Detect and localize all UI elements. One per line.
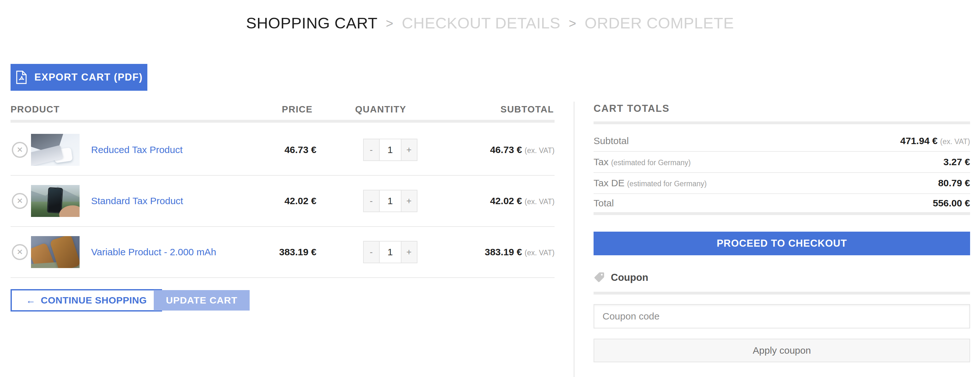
remove-cell: ✕	[11, 193, 31, 209]
cart-totals-panel: CART TOTALS Subtotal 471.94 €(ex. VAT) T…	[593, 103, 970, 362]
quantity-cell: - +	[325, 241, 455, 263]
column-header-price: PRICE	[11, 104, 313, 115]
quantity-stepper: - +	[363, 241, 417, 263]
cart-totals-rows: Subtotal 471.94 €(ex. VAT) Tax(estimated…	[593, 130, 970, 215]
subtotal-cell: 46.73 €(ex. VAT)	[455, 145, 555, 155]
thumbnail-cell	[31, 236, 84, 268]
totals-value: 471.94 €	[900, 135, 938, 146]
totals-value: 3.27 €	[943, 157, 970, 167]
continue-shopping-button[interactable]: ← CONTINUE SHOPPING	[11, 289, 162, 312]
export-cart-label: EXPORT CART (PDF)	[35, 72, 143, 83]
totals-label: Tax DE	[593, 178, 625, 188]
proceed-to-checkout-button[interactable]: PROCEED TO CHECKOUT	[593, 232, 970, 255]
thumbnail-cell	[31, 185, 84, 217]
quantity-input[interactable]	[379, 190, 401, 212]
totals-row-subtotal: Subtotal 471.94 €(ex. VAT)	[593, 130, 970, 152]
cart-totals-title: CART TOTALS	[593, 103, 970, 124]
shopping-cart-page: SHOPPING CART > CHECKOUT DETAILS > ORDER…	[0, 0, 980, 377]
breadcrumb-step-shopping-cart: SHOPPING CART	[246, 14, 377, 32]
subtotal-value: 383.19 €	[485, 247, 522, 257]
product-name-cell: Standard Tax Product	[84, 196, 234, 207]
quantity-increase-button[interactable]: +	[401, 241, 417, 263]
pdf-file-icon	[15, 70, 27, 84]
price-cell: 383.19 €	[234, 247, 325, 258]
product-name-cell: Variable Product - 2.000 mAh	[84, 247, 234, 258]
totals-row-tax: Tax(estimated for Germany) 3.27 €	[593, 152, 970, 173]
left-arrow-icon: ←	[26, 295, 36, 306]
vat-note: (ex. VAT)	[525, 248, 555, 257]
cart-rows: ✕ Reduced Tax Product 46.73 € - + 46.73 …	[11, 125, 555, 278]
coupon-section-header: Coupon	[593, 272, 970, 283]
breadcrumb-step-order-complete: ORDER COMPLETE	[585, 14, 734, 32]
product-link[interactable]: Variable Product - 2.000 mAh	[91, 247, 216, 257]
totals-label: Tax	[593, 157, 609, 167]
totals-label-wrap: Tax DE(estimated for Germany)	[593, 178, 707, 189]
vat-note: (ex. VAT)	[525, 197, 555, 206]
thumbnail-art	[31, 260, 80, 268]
totals-value: 80.79 €	[938, 178, 970, 189]
quantity-increase-button[interactable]: +	[401, 138, 417, 161]
totals-label: Total	[593, 198, 614, 208]
remove-item-icon[interactable]: ✕	[12, 142, 28, 158]
totals-value-wrap: 471.94 €(ex. VAT)	[900, 135, 970, 146]
vat-note: (ex. VAT)	[525, 146, 555, 154]
product-thumbnail[interactable]	[31, 236, 80, 268]
remove-item-icon[interactable]: ✕	[12, 193, 28, 209]
price-cell: 42.02 €	[234, 196, 325, 207]
column-divider	[574, 102, 574, 377]
update-cart-button[interactable]: UPDATE CART	[154, 290, 250, 310]
column-header-quantity: QUANTITY	[355, 104, 406, 115]
export-cart-pdf-button[interactable]: EXPORT CART (PDF)	[11, 64, 147, 91]
thumbnail-art	[53, 147, 73, 163]
subtotal-cell: 383.19 €(ex. VAT)	[455, 247, 555, 258]
product-thumbnail[interactable]	[31, 134, 80, 166]
chevron-right-icon: >	[569, 16, 576, 31]
totals-value: 556.00 €	[933, 198, 970, 208]
product-link[interactable]: Standard Tax Product	[91, 196, 183, 206]
coupon-code-input[interactable]	[593, 304, 970, 328]
product-thumbnail[interactable]	[31, 185, 80, 217]
table-row: ✕ Variable Product - 2.000 mAh 383.19 € …	[11, 227, 555, 278]
subtotal-value: 42.02 €	[490, 196, 522, 206]
continue-shopping-label: CONTINUE SHOPPING	[41, 295, 147, 306]
product-link[interactable]: Reduced Tax Product	[91, 145, 183, 155]
quantity-decrease-button[interactable]: -	[363, 241, 380, 263]
quantity-input[interactable]	[379, 138, 401, 161]
column-header-subtotal: SUBTOTAL	[501, 104, 554, 115]
table-row: ✕ Standard Tax Product 42.02 € - + 42.02…	[11, 176, 555, 227]
quantity-stepper: - +	[363, 190, 417, 212]
remove-cell: ✕	[11, 244, 31, 260]
product-name-cell: Reduced Tax Product	[84, 145, 234, 155]
coupon-title: Coupon	[611, 272, 648, 283]
coupon-divider	[593, 292, 970, 294]
subtotal-cell: 42.02 €(ex. VAT)	[455, 196, 555, 207]
quantity-increase-button[interactable]: +	[401, 190, 417, 212]
breadcrumb-step-checkout-details: CHECKOUT DETAILS	[402, 14, 560, 32]
apply-coupon-button[interactable]: Apply coupon	[593, 339, 970, 362]
totals-row-total: Total 556.00 €	[593, 194, 970, 215]
price-cell: 46.73 €	[234, 145, 325, 155]
totals-label: Subtotal	[593, 135, 629, 146]
totals-note: (estimated for Germany)	[627, 180, 707, 188]
remove-cell: ✕	[11, 142, 31, 158]
quantity-cell: - +	[325, 138, 455, 161]
quantity-cell: - +	[325, 190, 455, 212]
subtotal-value: 46.73 €	[490, 145, 522, 155]
quantity-decrease-button[interactable]: -	[363, 190, 380, 212]
quantity-stepper: - +	[363, 138, 417, 161]
thumbnail-art	[47, 187, 63, 213]
totals-label-wrap: Tax(estimated for Germany)	[593, 157, 691, 167]
vat-note: (ex. VAT)	[940, 137, 970, 146]
breadcrumb: SHOPPING CART > CHECKOUT DETAILS > ORDER…	[0, 14, 980, 32]
totals-row-tax-de: Tax DE(estimated for Germany) 80.79 €	[593, 173, 970, 194]
tag-icon	[593, 272, 605, 283]
quantity-input[interactable]	[379, 241, 401, 263]
cart-table-header: PRODUCT PRICE QUANTITY SUBTOTAL	[11, 103, 555, 122]
quantity-decrease-button[interactable]: -	[363, 138, 380, 161]
totals-note: (estimated for Germany)	[611, 159, 691, 167]
chevron-right-icon: >	[386, 16, 393, 31]
remove-item-icon[interactable]: ✕	[12, 244, 28, 260]
table-row: ✕ Reduced Tax Product 46.73 € - + 46.73 …	[11, 125, 555, 176]
thumbnail-cell	[31, 134, 84, 166]
